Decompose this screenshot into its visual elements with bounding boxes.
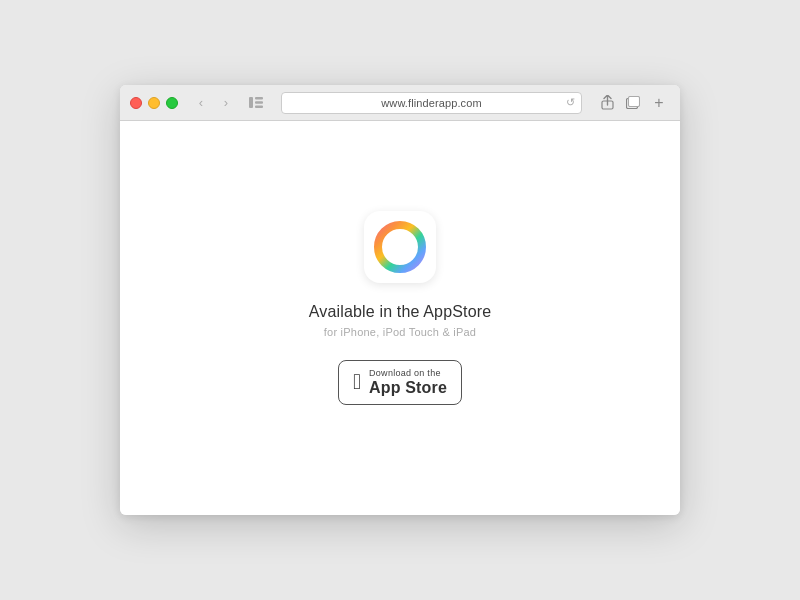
browser-window: ‹ › www.flinderapp.com ↺	[120, 85, 680, 515]
minimize-button[interactable]	[148, 97, 160, 109]
svg-rect-1	[255, 97, 263, 100]
app-icon-graphic	[372, 219, 428, 275]
available-text: Available in the AppStore	[309, 303, 492, 321]
tab-overview-button[interactable]	[622, 92, 644, 114]
app-icon	[364, 211, 436, 283]
forward-button[interactable]: ›	[215, 92, 237, 114]
close-button[interactable]	[130, 97, 142, 109]
maximize-button[interactable]	[166, 97, 178, 109]
address-bar-wrap: www.flinderapp.com ↺	[281, 92, 582, 114]
subtitle-text: for iPhone, iPod Touch & iPad	[324, 326, 476, 338]
download-on-label: Download on the	[369, 368, 441, 379]
reload-button[interactable]: ↺	[566, 96, 575, 109]
title-bar: ‹ › www.flinderapp.com ↺	[120, 85, 680, 121]
address-bar[interactable]: www.flinderapp.com ↺	[281, 92, 582, 114]
svg-rect-3	[255, 106, 263, 109]
traffic-lights	[130, 97, 178, 109]
app-store-label: App Store	[369, 379, 447, 397]
toolbar-right: +	[596, 92, 670, 114]
add-tab-button[interactable]: +	[648, 92, 670, 114]
badge-text: Download on the App Store	[369, 368, 447, 396]
url-text: www.flinderapp.com	[381, 97, 481, 109]
svg-rect-6	[629, 97, 640, 107]
back-button[interactable]: ‹	[190, 92, 212, 114]
nav-buttons: ‹ ›	[190, 92, 237, 114]
page-content: Available in the AppStore for iPhone, iP…	[120, 121, 680, 515]
svg-rect-0	[249, 97, 253, 108]
apple-logo-icon: 	[353, 371, 361, 393]
svg-point-8	[389, 236, 411, 258]
share-button[interactable]	[596, 92, 618, 114]
svg-rect-2	[255, 101, 263, 104]
appstore-badge-button[interactable]:  Download on the App Store	[338, 360, 462, 404]
sidebar-button[interactable]	[245, 92, 267, 114]
